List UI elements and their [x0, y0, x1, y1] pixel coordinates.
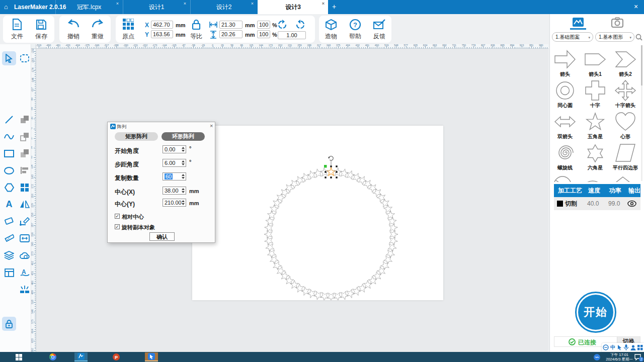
line-tool[interactable] [2, 113, 16, 127]
boolean-tool[interactable] [18, 146, 32, 160]
start-menu-button[interactable] [12, 352, 25, 361]
category-dropdown-1[interactable]: 1.基础图案 ▾ [552, 32, 593, 42]
selection-handle[interactable] [336, 165, 337, 167]
width-percent-input[interactable]: 100 [257, 21, 270, 29]
polygon-tool[interactable] [2, 180, 16, 195]
taskbar-pointer-app[interactable] [145, 352, 158, 361]
ruler-tool[interactable] [2, 231, 16, 245]
user-icon[interactable] [630, 345, 636, 350]
process-speed[interactable]: 40.0 [587, 197, 599, 210]
undo-button[interactable]: 撤销 [62, 18, 85, 41]
create-button[interactable]: 造物 [320, 18, 342, 41]
spinner[interactable] [181, 160, 185, 166]
group-tool[interactable] [18, 113, 32, 127]
tab-file-1[interactable]: 冠军.lcpx × [55, 0, 122, 14]
dialog-close-icon[interactable]: × [210, 123, 213, 129]
new-tab-button[interactable]: + [332, 3, 336, 11]
shape-star6[interactable]: 六角星 [581, 142, 609, 171]
path-text-tool[interactable]: A [18, 265, 32, 280]
rotate-handle-icon[interactable] [329, 156, 333, 160]
shape-double-arrow[interactable]: 双箭头 [551, 111, 579, 140]
confirm-button[interactable]: 确认 [149, 232, 175, 241]
shape-arrow[interactable]: 箭头 [551, 48, 579, 78]
tab-file-4-active[interactable]: 设计3 × [258, 0, 328, 14]
partial-shape[interactable] [611, 173, 634, 182]
shape-spiral[interactable]: 螺旋线 [551, 142, 579, 171]
shape-concentric-circles[interactable]: 同心圆 [551, 79, 579, 109]
category-dropdown-2[interactable]: 1.基本图形 ▾ [595, 32, 634, 42]
array-star[interactable] [320, 293, 329, 301]
x-position-input[interactable]: 462.70 [151, 21, 173, 29]
array-star[interactable] [334, 293, 342, 301]
node-edit-tool[interactable] [18, 214, 32, 228]
spinner[interactable] [181, 188, 185, 194]
shape-cross-arrow[interactable]: 十字箭头 [611, 79, 639, 109]
shape-star5[interactable]: 五角星 [581, 111, 609, 140]
selection-handle[interactable] [330, 176, 332, 178]
lock-view-tool[interactable] [2, 317, 16, 331]
align-tool[interactable] [18, 163, 32, 177]
home-icon[interactable]: ⌂ [4, 3, 8, 11]
array-star[interactable] [320, 168, 329, 176]
rotate-ccw-icon[interactable] [278, 20, 288, 30]
center-y-input[interactable]: 210.00 [163, 199, 186, 207]
start-angle-input[interactable]: 0.00 [163, 145, 186, 153]
height-percent-input[interactable]: 100 [257, 30, 270, 38]
text-tool[interactable]: A [2, 197, 16, 211]
marquee-tool[interactable] [18, 51, 32, 65]
tab-close-icon[interactable]: × [322, 1, 325, 6]
selection-handle[interactable] [325, 171, 326, 172]
file-button[interactable]: 文件 [6, 18, 28, 41]
tray-circle-icon[interactable] [593, 352, 601, 361]
taskbar-powerpoint-app[interactable]: P [110, 352, 123, 361]
taskbar-browser-app[interactable] [46, 352, 59, 361]
tab-circular-array[interactable]: 环形阵列 [162, 132, 205, 141]
taskbar-lasermaker-app[interactable] [74, 352, 88, 361]
clock-area[interactable]: 下午 17:01 2024/6/3 星期一 [606, 352, 633, 361]
copy-count-input[interactable]: 60 [163, 172, 186, 180]
workpage[interactable] [192, 126, 443, 300]
shape-parallelogram[interactable]: 平行四边形 [611, 142, 639, 171]
tab-close-icon[interactable]: × [116, 1, 119, 6]
weld-tool[interactable] [18, 283, 32, 297]
width-input[interactable]: 21.30 [219, 21, 243, 29]
tab-file-3[interactable]: 设计2 × [190, 0, 257, 14]
eraser-tool[interactable] [2, 214, 16, 228]
rotate-step-input[interactable]: 1.00 [278, 31, 306, 39]
mirror-tool[interactable] [18, 197, 32, 211]
origin-button[interactable]: 原点 [117, 18, 139, 41]
rectangle-tool[interactable] [2, 146, 16, 160]
height-input[interactable]: 20.26 [219, 30, 243, 38]
origin-handle[interactable] [324, 165, 327, 168]
selection-handle[interactable] [336, 171, 337, 172]
layer-color-swatch[interactable] [557, 201, 563, 207]
step-angle-input[interactable]: 6.00 [163, 159, 186, 167]
spinner[interactable] [181, 173, 185, 179]
shape-list-scrollbar[interactable] [641, 45, 642, 181]
shape-arrow2[interactable]: 箭头2 [611, 48, 639, 78]
partial-shape[interactable] [581, 173, 604, 182]
array-star[interactable] [327, 293, 335, 300]
shape-arrow1[interactable]: 箭头1 [581, 48, 609, 78]
array-star[interactable] [389, 223, 398, 232]
proportional-lock-button[interactable]: 等比 [185, 18, 207, 41]
tab-close-icon[interactable]: × [251, 1, 254, 6]
spinner[interactable] [181, 146, 185, 152]
microphone-icon[interactable] [624, 344, 628, 350]
selection-handle[interactable] [325, 176, 326, 178]
array-star[interactable] [390, 230, 398, 238]
tray-cursor-icon[interactable] [617, 345, 622, 350]
grid-apps-icon[interactable] [637, 345, 643, 350]
window-close-button[interactable]: × [634, 3, 638, 11]
ime-indicator[interactable]: 中 [610, 344, 615, 351]
center-x-input[interactable]: 38.00 [163, 187, 186, 195]
spinner[interactable] [181, 200, 185, 206]
cloud-tool[interactable] [18, 248, 32, 262]
dimension-tool[interactable] [18, 231, 32, 245]
tab-file-2[interactable]: 设计1 × [123, 0, 190, 14]
tab-rect-array[interactable]: 矩形阵列 [115, 132, 158, 141]
output-visible-icon[interactable] [627, 200, 636, 207]
feedback-button[interactable]: 反馈 [368, 18, 390, 41]
shape-cross[interactable]: 十字 [581, 79, 609, 109]
ungroup-tool[interactable] [18, 130, 32, 144]
